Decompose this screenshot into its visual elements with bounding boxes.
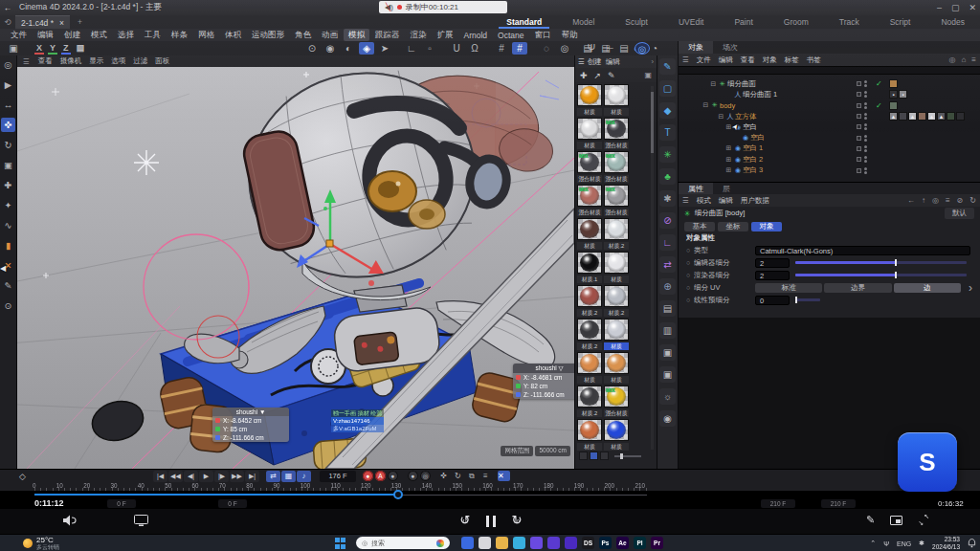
tree-row-cube[interactable]: ⊟ 人 立方体 ✓ ▲▲▲▲ bbox=[679, 111, 980, 121]
object-subtab[interactable]: 基本 bbox=[684, 222, 715, 231]
editor-subdivision-field[interactable]: 2 bbox=[755, 258, 790, 268]
workplane-icon[interactable]: ∟ bbox=[404, 42, 419, 55]
layer-toggle[interactable] bbox=[857, 167, 867, 174]
menu-item[interactable]: 窗口 bbox=[529, 29, 555, 41]
om-home-icon[interactable]: ⌂ bbox=[961, 55, 966, 64]
autokey-button[interactable]: A bbox=[375, 471, 386, 481]
app-clipboard[interactable] bbox=[479, 537, 491, 549]
material-item[interactable]: MIX 材质 bbox=[604, 84, 630, 117]
field-icon[interactable]: ⊘ bbox=[659, 212, 676, 229]
primitive-plane-icon[interactable]: ▢ bbox=[659, 80, 676, 97]
end-frame-field-2[interactable]: 210 F bbox=[821, 499, 856, 508]
exchange-icon[interactable]: ⇄ bbox=[659, 256, 676, 273]
workspace-paint[interactable]: Paint bbox=[719, 15, 768, 29]
record-scale-icon[interactable]: ⧉ bbox=[469, 471, 481, 481]
pip-icon[interactable] bbox=[890, 516, 902, 525]
om-menu-item[interactable]: 书签 bbox=[803, 55, 825, 65]
menu-item[interactable]: 选择 bbox=[113, 29, 139, 41]
goto-start-button[interactable]: |◀ bbox=[153, 471, 167, 482]
expand-icon[interactable]: ⊟ bbox=[717, 113, 725, 121]
muted-speaker-icon[interactable]: ◀)╲ bbox=[385, 3, 393, 11]
enable-check-icon[interactable]: ✓ bbox=[876, 166, 885, 175]
menu-item[interactable]: 创建 bbox=[59, 29, 85, 41]
material-burger-icon[interactable]: ☰ bbox=[578, 57, 585, 66]
prev-key-button[interactable]: ◀◀ bbox=[168, 471, 183, 482]
om-search-icon[interactable]: ◎ bbox=[949, 55, 956, 64]
attr-lock-icon[interactable]: ⊘ bbox=[957, 196, 964, 205]
viewport-menu-item[interactable]: 面板 bbox=[151, 56, 173, 66]
forward-30-button[interactable]: ↻30 bbox=[509, 513, 524, 528]
layer-toggle[interactable] bbox=[857, 113, 867, 120]
material-item[interactable]: MIX 混合材质 bbox=[577, 185, 603, 217]
menu-item[interactable]: 角色 bbox=[290, 29, 316, 41]
material-item[interactable]: MIX 混合材质 bbox=[604, 185, 630, 217]
start-frame-field[interactable]: 0 F bbox=[107, 499, 136, 508]
layer-toggle[interactable] bbox=[857, 91, 867, 98]
expand-icon[interactable]: ⊟ bbox=[702, 101, 710, 109]
tree-row-null-2[interactable]: ⊞ ◉ 空白 2 ✓ bbox=[679, 154, 980, 165]
end-frame-field[interactable]: 210 F bbox=[761, 499, 795, 508]
expand-icon[interactable]: ⊞ bbox=[724, 123, 733, 131]
snap-off-icon[interactable]: # bbox=[494, 42, 509, 55]
material-item[interactable]: MIX 材质 bbox=[604, 352, 630, 385]
next-frame-button[interactable]: |▶ bbox=[214, 471, 229, 482]
workspace-track[interactable]: Track bbox=[824, 15, 875, 29]
range-button[interactable]: ▦ bbox=[281, 471, 296, 482]
start-button[interactable] bbox=[335, 538, 346, 549]
record-button[interactable]: ● bbox=[363, 471, 373, 481]
magnet-off-icon[interactable]: U bbox=[449, 42, 464, 55]
light-icon[interactable]: ☼ bbox=[659, 388, 676, 405]
layer-toggle[interactable] bbox=[857, 102, 867, 109]
material-pen-icon[interactable]: ◉ bbox=[659, 410, 676, 427]
viewport[interactable]: ☰ 查看摄像机显示选项过滤面板 bbox=[17, 55, 574, 469]
render-queue-icon[interactable]: ▤ bbox=[616, 42, 632, 55]
expand-icon[interactable]: ⊞ bbox=[724, 166, 733, 174]
material-item[interactable]: MIX 材质 bbox=[577, 118, 603, 150]
revert-icon[interactable]: ⟲ bbox=[0, 17, 15, 27]
app-ball[interactable] bbox=[513, 537, 525, 549]
text-tool-icon[interactable]: T bbox=[659, 124, 676, 141]
speaker-icon[interactable] bbox=[63, 515, 77, 526]
enable-check-icon[interactable]: ✓ bbox=[876, 144, 885, 153]
app-pr[interactable]: Pr bbox=[651, 537, 663, 549]
viewport-menu-item[interactable]: 选项 bbox=[107, 56, 129, 66]
om-menu-item[interactable]: 查看 bbox=[737, 55, 759, 65]
record-position-icon[interactable]: ✜ bbox=[440, 471, 453, 481]
tree-row-null-1[interactable]: ⊞ ◉ 空白 1 ✓ bbox=[679, 143, 980, 154]
om-menu-item[interactable]: 标签 bbox=[781, 55, 803, 65]
primitive-cube-icon[interactable]: ◆ bbox=[659, 102, 676, 119]
menu-item[interactable]: 体积 bbox=[220, 29, 246, 41]
rotate-tool-icon[interactable]: ↻ bbox=[1, 138, 15, 152]
material-item[interactable]: MIX 材质 bbox=[604, 252, 630, 284]
menu-item[interactable]: 动画 bbox=[317, 29, 343, 41]
clapper-icon[interactable]: ▤ bbox=[659, 300, 676, 317]
menu-item[interactable]: 帮助 bbox=[556, 29, 582, 41]
guide-icon[interactable]: ∟ bbox=[659, 234, 676, 251]
snap-tool-icon[interactable]: ✦ bbox=[1, 198, 15, 212]
app-pl[interactable]: Pl bbox=[634, 537, 646, 549]
enable-check-icon[interactable]: ✓ bbox=[876, 155, 885, 164]
last-tool-icon[interactable]: ▣ bbox=[1, 158, 15, 172]
frame-ruler[interactable]: 0102030405060708090100110120130140150160… bbox=[34, 482, 647, 491]
tree-row-null[interactable]: ⊞ ◉ 空白 ✓ bbox=[679, 121, 980, 132]
workspace-model[interactable]: Model bbox=[557, 15, 610, 29]
enable-check-icon[interactable]: ✓ bbox=[876, 134, 885, 143]
om-filter-field[interactable] bbox=[679, 66, 980, 75]
menu-item[interactable]: 样条 bbox=[167, 29, 192, 41]
edges-mode-icon[interactable]: ◉ bbox=[323, 42, 338, 55]
display-icon[interactable] bbox=[134, 515, 148, 526]
polygons-mode-icon[interactable]: ◐ bbox=[341, 42, 356, 55]
viewport-menu-item[interactable]: 查看 bbox=[34, 56, 56, 66]
prev-frame-button[interactable]: ◀| bbox=[184, 471, 198, 482]
material-item[interactable]: MIX 材质.2 bbox=[604, 218, 630, 251]
model-mode-icon[interactable]: ◈ bbox=[359, 42, 374, 55]
tag-chips[interactable] bbox=[889, 79, 898, 88]
material-item[interactable]: MIX 混合材质 bbox=[604, 118, 630, 150]
camera2-icon[interactable]: ▣ bbox=[659, 366, 676, 383]
goto-end-button[interactable]: ▶| bbox=[245, 471, 259, 482]
key-pos-button[interactable]: ● bbox=[408, 471, 418, 481]
ring-tool-icon[interactable]: ⊙ bbox=[1, 298, 15, 313]
menu-item[interactable]: 跟踪器 bbox=[370, 29, 405, 41]
attr-menu-item[interactable]: 编辑 bbox=[715, 196, 737, 206]
scene-nodes-icon[interactable]: ▥ bbox=[659, 322, 676, 339]
